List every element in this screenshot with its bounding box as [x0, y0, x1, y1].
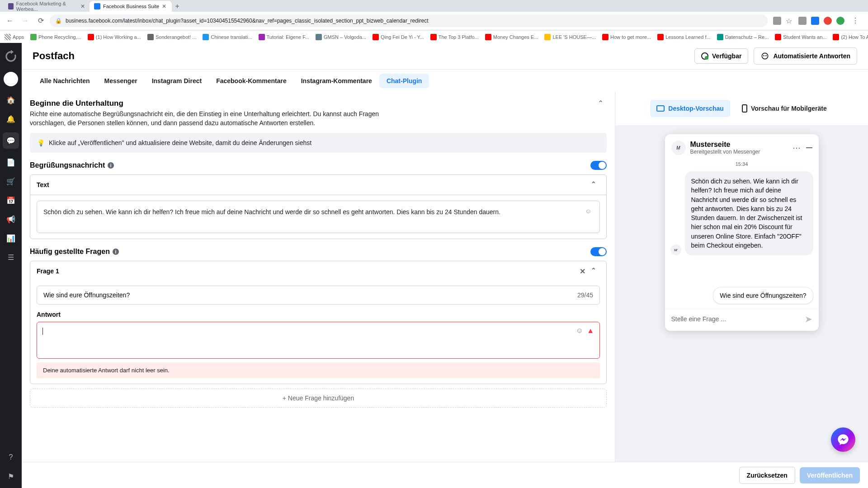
bookmark[interactable]: Datenschutz – Re...: [717, 34, 769, 40]
bookmark[interactable]: Lessons Learned f...: [657, 34, 711, 40]
star-icon[interactable]: ☆: [786, 17, 794, 25]
browser-tab-1[interactable]: Facebook Business Suite ✕: [90, 1, 172, 12]
ext-icon[interactable]: [798, 17, 807, 25]
bookmark[interactable]: LEE 'S HOUSE—...: [544, 34, 596, 40]
bookmark[interactable]: How to get more...: [602, 34, 651, 40]
tab-title: Facebook Marketing & Werbea...: [16, 1, 78, 12]
bookmark[interactable]: (2) How To Add A...: [833, 34, 868, 40]
greeting-card: Text ⌃ Schön dich zu sehen. Wie kann ich…: [30, 174, 607, 239]
bookmark[interactable]: Tutorial: Eigene F...: [259, 34, 309, 40]
bookmark[interactable]: Chinese translati...: [203, 34, 252, 40]
back-button[interactable]: ←: [4, 14, 16, 27]
publish-button[interactable]: Veröffentlichen: [800, 467, 860, 483]
report-icon[interactable]: ⚑: [5, 471, 16, 482]
lock-icon: 🔒: [55, 18, 62, 24]
ext-icon[interactable]: [811, 17, 819, 25]
tab-favicon: [94, 3, 100, 9]
greeting-toggle[interactable]: [590, 161, 607, 170]
settings-column: Beginne die Unterhaltung Richte eine aut…: [22, 92, 615, 462]
page-title: Postfach: [33, 50, 689, 62]
new-tab-button[interactable]: +: [172, 1, 183, 12]
bookmark[interactable]: Sonderangebot! ...: [147, 34, 197, 40]
tab-all[interactable]: Alle Nachrichten: [33, 74, 97, 88]
tab-ig-comments[interactable]: Instagram-Kommentare: [294, 74, 379, 88]
widget-subtitle: Bereitgestellt von Messenger: [690, 149, 788, 155]
greeting-textarea[interactable]: Schön dich zu sehen. Wie kann ich dir he…: [37, 201, 600, 233]
inbox-icon[interactable]: 💬: [3, 132, 19, 149]
minimize-icon[interactable]: [806, 147, 812, 148]
url-bar[interactable]: 🔒 business.facebook.com/latest/inbox/cha…: [50, 14, 768, 27]
bookmark[interactable]: Qing Fei De Yi - Y...: [373, 34, 424, 40]
question-number: Frage 1: [37, 267, 574, 275]
answer-label: Antwort: [30, 309, 606, 322]
chat-input[interactable]: Stelle eine Frage ...: [671, 315, 801, 323]
chevron-up-icon[interactable]: ⌃: [591, 180, 600, 189]
section-header: Beginne die Unterhaltung Richte eine aut…: [30, 97, 607, 133]
chevron-up-icon[interactable]: ⌃: [591, 267, 600, 276]
error-message: Deine automatisierte Antwort darf nicht …: [37, 362, 600, 378]
ext-icon[interactable]: [824, 17, 832, 25]
chat-widget-preview: M Musterseite Bereitgestellt von Messeng…: [665, 134, 819, 331]
tab-messenger[interactable]: Messenger: [97, 74, 144, 88]
widget-page-name: Musterseite: [690, 141, 788, 149]
lightbulb-icon: 💡: [37, 139, 44, 146]
mobile-preview-tab[interactable]: Vorschau für Mobilgeräte: [736, 100, 833, 117]
bookmark[interactable]: The Top 3 Platfo...: [430, 34, 479, 40]
emoji-icon[interactable]: ☺: [585, 206, 594, 216]
browser-tab-0[interactable]: Facebook Marketing & Werbea... ✕: [4, 1, 90, 12]
faq-chip[interactable]: Wie sind eure Öffnungszeiten?: [713, 287, 813, 304]
preview-column: Desktop-Vorschau Vorschau für Mobilgerät…: [615, 92, 868, 462]
bookmark[interactable]: Money Changes E...: [485, 34, 538, 40]
more-icon[interactable]: ⋯: [793, 143, 802, 153]
messenger-fab[interactable]: [831, 427, 855, 452]
info-icon[interactable]: i: [113, 249, 119, 255]
char-counter: 29/45: [577, 291, 593, 299]
commerce-icon[interactable]: 🛒: [5, 176, 16, 187]
help-icon[interactable]: ?: [5, 452, 16, 463]
chevron-up-icon[interactable]: ⌃: [598, 99, 607, 108]
content: Beginne die Unterhaltung Richte eine aut…: [22, 92, 868, 462]
menu-icon[interactable]: ⋮: [849, 14, 862, 27]
add-question-button[interactable]: + Neue Frage hinzufügen: [30, 389, 607, 408]
calendar-icon[interactable]: 📅: [5, 195, 16, 206]
bookmark[interactable]: Phone Recycling,...: [30, 34, 81, 40]
insights-icon[interactable]: 📊: [5, 233, 16, 244]
tab-favicon: [8, 3, 14, 9]
automated-answers-button[interactable]: Automatisierte Antworten: [754, 47, 857, 65]
tab-chat-plugin[interactable]: Chat-Plugin: [379, 74, 429, 88]
tab-instagram-direct[interactable]: Instagram Direct: [145, 74, 209, 88]
menu-icon[interactable]: ☰: [5, 252, 16, 263]
reset-button[interactable]: Zurücksetzen: [739, 467, 795, 484]
meta-logo-icon[interactable]: [4, 49, 18, 64]
apps-button[interactable]: Apps: [5, 34, 24, 40]
availability-toggle[interactable]: Verfügbar: [694, 48, 748, 64]
desktop-preview-tab[interactable]: Desktop-Vorschau: [650, 100, 730, 117]
bell-icon[interactable]: 🔔: [5, 113, 16, 124]
answer-textarea[interactable]: ☺ ▲: [37, 322, 600, 359]
ext-icon[interactable]: [836, 17, 844, 25]
message-avatar: M: [670, 244, 681, 255]
tab-fb-comments[interactable]: Facebook-Kommentare: [209, 74, 294, 88]
faq-toggle[interactable]: [590, 247, 607, 256]
close-icon[interactable]: ✕: [162, 4, 167, 9]
page-avatar[interactable]: [4, 72, 18, 86]
question-input[interactable]: Wie sind eure Öffnungszeiten? 29/45: [37, 286, 600, 305]
bookmark[interactable]: (1) How Working a...: [88, 34, 141, 40]
reload-button[interactable]: ⟳: [34, 14, 47, 27]
forward-button[interactable]: →: [19, 14, 32, 27]
info-icon[interactable]: i: [108, 162, 114, 169]
ads-icon[interactable]: 📢: [5, 214, 16, 225]
posts-icon[interactable]: 📄: [5, 157, 16, 168]
bookmark[interactable]: GMSN – Volgoda...: [316, 34, 366, 40]
send-icon[interactable]: ➤: [805, 314, 812, 324]
ext-icon[interactable]: [773, 17, 781, 25]
warning-icon: ▲: [587, 327, 594, 335]
question-value: Wie sind eure Öffnungszeiten?: [43, 291, 577, 299]
home-icon[interactable]: 🏠: [5, 94, 16, 105]
tab-title: Facebook Business Suite: [103, 4, 159, 9]
bookmark[interactable]: Student Wants an...: [775, 34, 826, 40]
banner-text: Klicke auf „Veröffentlichen" und aktuali…: [49, 139, 311, 146]
remove-question-icon[interactable]: ✕: [580, 267, 585, 276]
close-icon[interactable]: ✕: [80, 4, 85, 9]
emoji-icon[interactable]: ☺: [576, 327, 583, 335]
